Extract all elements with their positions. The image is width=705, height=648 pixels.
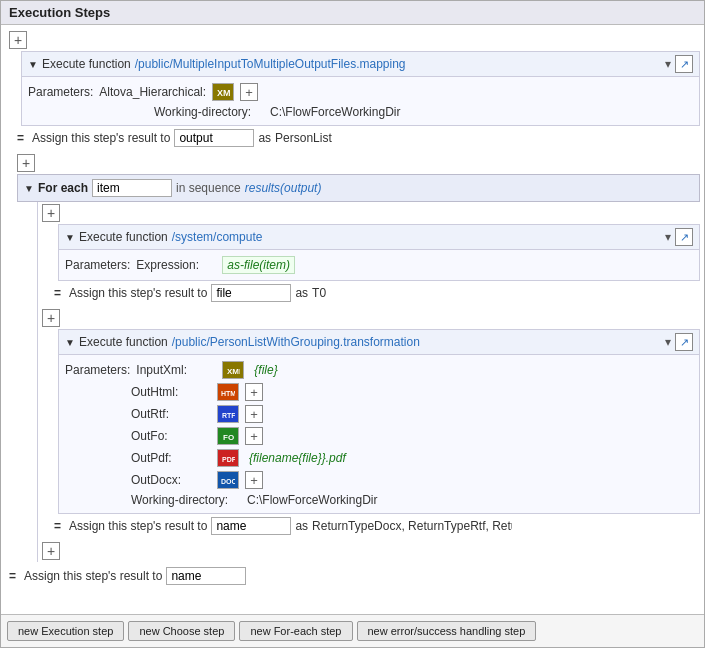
step3-assign-row: = Assign this step's result to as Return… — [50, 514, 700, 538]
inner-add-row2: + — [42, 307, 700, 329]
step1-collapse-icon[interactable]: ▼ — [28, 59, 38, 69]
new-foreach-button[interactable]: new For-each step — [239, 621, 352, 641]
step3-outhtml-label: OutHtml: — [131, 385, 211, 399]
step2-eq-sign: = — [54, 286, 61, 300]
step2-expression-label: Expression: — [136, 258, 216, 272]
step2-params-label: Parameters: — [65, 258, 130, 272]
step2-assign-type: T0 — [312, 286, 326, 300]
foreach-var-input[interactable] — [92, 179, 172, 197]
step1-xml-icon[interactable]: XML — [212, 83, 234, 101]
step3-fo-icon[interactable]: FO — [217, 427, 239, 445]
foreach-in-label: in sequence — [176, 181, 241, 195]
add-inner3-button[interactable]: + — [42, 542, 60, 560]
step3-workdir-value: C:\FlowForceWorkingDir — [247, 493, 377, 507]
foreach-row: ▼ For each in sequence results(output) — [17, 174, 700, 202]
step3-outdocx-row: OutDocx: DOCX + — [65, 469, 693, 491]
step3-collapse-icon[interactable]: ▼ — [65, 337, 75, 347]
outer-assign-row: = Assign this step's result to — [5, 564, 700, 588]
step3-assign-type: ReturnTypeDocx, ReturnTypeRtf, ReturnTyp… — [312, 519, 512, 533]
step2-as-label: as — [295, 286, 308, 300]
step1-execute-row: ▼ Execute function /public/MultipleInput… — [21, 51, 700, 77]
step3-outpdf-value: {filename{file}}.pdf — [249, 451, 346, 465]
inner-add-row3: + — [42, 540, 700, 562]
outer-eq-sign: = — [9, 569, 16, 583]
step1-eq-sign: = — [17, 131, 24, 145]
step3-outhtml-add-button[interactable]: + — [245, 383, 263, 401]
new-choose-button[interactable]: new Choose step — [128, 621, 235, 641]
step3-pdf-icon[interactable]: PDF — [217, 449, 239, 467]
step3-block: ▼ Execute function /public/PersonListWit… — [42, 329, 700, 538]
content-area: + ▼ Execute function /public/MultipleInp… — [1, 25, 704, 614]
step2-expr-row: Parameters: Expression: as-file(item) — [65, 254, 693, 276]
new-execution-button[interactable]: new Execution step — [7, 621, 124, 641]
step1-workdir-row: Working-directory: C:\FlowForceWorkingDi… — [28, 103, 693, 121]
step1-dropdown-arrow[interactable]: ▾ — [665, 57, 671, 71]
step3-docx-icon[interactable]: DOCX — [217, 471, 239, 489]
add-inner1-button[interactable]: + — [42, 204, 60, 222]
svg-text:XML: XML — [217, 88, 230, 98]
add-top-button[interactable]: + — [9, 31, 27, 49]
step2-dropdown-arrow[interactable]: ▾ — [665, 230, 671, 244]
step3-workdir-label: Working-directory: — [131, 493, 241, 507]
step2-expression-value: as-file(item) — [222, 256, 295, 274]
step1-assign-label: Assign this step's result to — [32, 131, 170, 145]
step1-param-row: Parameters: Altova_Hierarchical: XML + — [28, 81, 693, 103]
step3-outhtml-row: OutHtml: HTML + — [65, 381, 693, 403]
add-inner2-button[interactable]: + — [42, 309, 60, 327]
step3-external-link-button[interactable]: ↗ — [675, 333, 693, 351]
step1-params-label: Parameters: — [28, 85, 93, 99]
step2-external-link-button[interactable]: ↗ — [675, 228, 693, 246]
mid-add-row: + — [5, 152, 700, 174]
bottom-bar: new Execution step new Choose step new F… — [1, 614, 704, 647]
step1-params: Parameters: Altova_Hierarchical: XML + W… — [21, 77, 700, 126]
step3-params-label-row: Parameters: InputXml: XML {file} — [65, 359, 693, 381]
step2-assign-input[interactable] — [211, 284, 291, 302]
step1-assign-input[interactable] — [174, 129, 254, 147]
outer-assign-input[interactable] — [166, 567, 246, 585]
step3-execute-label: Execute function — [79, 335, 168, 349]
step1-workdir-label: Working-directory: — [154, 105, 264, 119]
step3-outfo-add-button[interactable]: + — [245, 427, 263, 445]
svg-text:RTF: RTF — [222, 412, 235, 419]
step1-as-label: as — [258, 131, 271, 145]
step3-outrtf-row: OutRtf: RTF + — [65, 403, 693, 425]
step3-outdocx-add-button[interactable]: + — [245, 471, 263, 489]
step2-execute-label: Execute function — [79, 230, 168, 244]
step3-execute-row: ▼ Execute function /public/PersonListWit… — [58, 329, 700, 355]
step3-func-path: /public/PersonListWithGrouping.transform… — [172, 335, 420, 349]
new-error-button[interactable]: new error/success handling step — [357, 621, 537, 641]
step3-rtf-icon[interactable]: RTF — [217, 405, 239, 423]
step3-outdocx-label: OutDocx: — [131, 473, 211, 487]
step2-assign-label: Assign this step's result to — [69, 286, 207, 300]
step3-assign-input[interactable] — [211, 517, 291, 535]
step2-block: ▼ Execute function /system/compute ▾ ↗ P… — [42, 224, 700, 305]
foreach-results-expr: results(output) — [245, 181, 322, 195]
svg-text:XML: XML — [227, 367, 240, 376]
svg-text:HTML: HTML — [221, 390, 235, 397]
step2-assign-row: = Assign this step's result to as T0 — [50, 281, 700, 305]
step1-external-link-button[interactable]: ↗ — [675, 55, 693, 73]
page-title: Execution Steps — [1, 1, 704, 25]
inner-add-row1: + — [42, 202, 700, 224]
step3-as-label: as — [295, 519, 308, 533]
step3-outrtf-label: OutRtf: — [131, 407, 211, 421]
step3-outfo-label: OutFo: — [131, 429, 211, 443]
step3-inputxml-label: InputXml: — [136, 363, 216, 377]
step2-params: Parameters: Expression: as-file(item) — [58, 250, 700, 281]
step3-xml-icon[interactable]: XML — [222, 361, 244, 379]
svg-text:DOCX: DOCX — [221, 478, 235, 485]
step3-outpdf-label: OutPdf: — [131, 451, 211, 465]
foreach-collapse-icon[interactable]: ▼ — [24, 183, 34, 193]
main-container: Execution Steps + ▼ Execute function /pu… — [0, 0, 705, 648]
step1-param-add-button[interactable]: + — [240, 83, 258, 101]
step3-html-icon[interactable]: HTML — [217, 383, 239, 401]
foreach-keyword: For each — [38, 181, 88, 195]
step3-workdir-row: Working-directory: C:\FlowForceWorkingDi… — [65, 491, 693, 509]
step3-dropdown-arrow[interactable]: ▾ — [665, 335, 671, 349]
step2-collapse-icon[interactable]: ▼ — [65, 232, 75, 242]
outer-assign-label: Assign this step's result to — [24, 569, 162, 583]
add-mid-button[interactable]: + — [17, 154, 35, 172]
step3-outpdf-row: OutPdf: PDF {filename{file}}.pdf — [65, 447, 693, 469]
step1-param1-name: Altova_Hierarchical: — [99, 85, 206, 99]
step3-outrtf-add-button[interactable]: + — [245, 405, 263, 423]
